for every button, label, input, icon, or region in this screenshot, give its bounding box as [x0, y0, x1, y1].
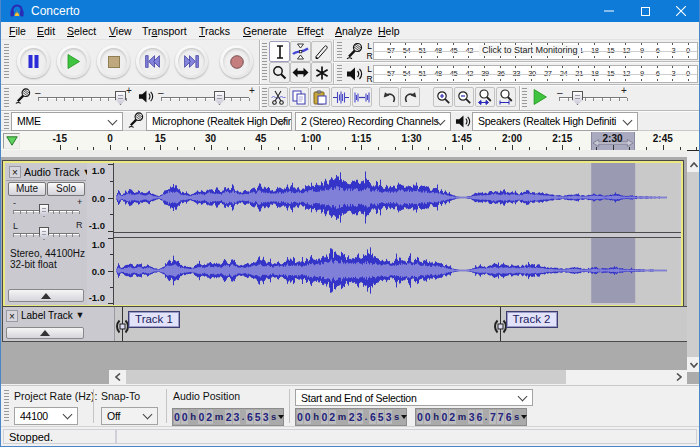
timeline-ruler[interactable]: -1501530451:001:151:301:452:002:152:302:… — [1, 132, 699, 151]
timefield-digit[interactable]: 3 — [262, 410, 269, 424]
recording-channels-combo[interactable]: 2 (Stereo) Recording Channels — [295, 112, 451, 131]
timefield-digit[interactable]: 3 — [468, 410, 475, 424]
fit-project-button[interactable] — [496, 87, 516, 107]
zoom-tool-button[interactable] — [269, 62, 290, 83]
fit-selection-button[interactable] — [475, 87, 495, 107]
timefield-digit[interactable]: 0 — [424, 410, 431, 424]
cut-button[interactable] — [268, 87, 288, 107]
timefield-dropdown-arrow[interactable] — [278, 409, 284, 425]
label-track-collapse-button[interactable] — [6, 327, 84, 339]
label-text[interactable]: Track 1 — [128, 311, 180, 328]
menu-transport[interactable]: Transport — [142, 22, 187, 40]
playback-volume-slider-thumb[interactable] — [214, 91, 225, 105]
recording-device-combo[interactable]: Microphone (Realtek High Defini — [146, 112, 292, 131]
snap-to-combo[interactable]: Off — [101, 407, 158, 425]
timefield-digit[interactable]: 0 — [198, 410, 205, 424]
menu-generate[interactable]: Generate — [243, 22, 287, 40]
audio-track-close-button[interactable]: × — [9, 166, 21, 178]
silence-audio-button[interactable] — [352, 87, 372, 107]
menu-analyze[interactable]: Analyze — [335, 22, 372, 40]
playback-device-combo[interactable]: Speakers (Realtek High Definiti — [472, 112, 638, 131]
multi-tool-button[interactable] — [311, 62, 332, 83]
selection-tool-button[interactable] — [269, 41, 290, 62]
tools-toolbar-grip[interactable] — [262, 43, 267, 81]
label-track[interactable]: × Label Track ▼ Track 1Track 2 — [2, 306, 688, 342]
zoom-out-button[interactable] — [454, 87, 474, 107]
mixer-toolbar-grip[interactable] — [4, 88, 9, 108]
skip-to-start-button[interactable] — [136, 45, 169, 78]
waveform-channel-left[interactable] — [114, 163, 679, 232]
scroll-right-button[interactable] — [670, 370, 687, 384]
selection-start-field[interactable]: 00h02m23.653s — [295, 408, 407, 426]
menu-file[interactable]: File — [9, 22, 26, 40]
audio-track-collapse-button[interactable] — [8, 289, 84, 302]
recording-volume-slider-thumb[interactable] — [115, 91, 126, 105]
undo-button[interactable] — [379, 87, 399, 107]
play-at-speed-button[interactable] — [529, 86, 551, 108]
recording-meter[interactable]: LR -57-54-51-48-45-42-39-36-33-30-27-24-… — [335, 40, 700, 62]
timefield-digit[interactable]: 0 — [441, 410, 448, 424]
timefield-dropdown-arrow[interactable] — [521, 409, 527, 425]
timefield-digit[interactable]: 2 — [348, 410, 355, 424]
timefield-digit[interactable]: 7 — [489, 410, 496, 424]
track-panel[interactable]: × Audio Track ▼ Mute Solo - + L R — [1, 150, 687, 384]
play-button[interactable] — [57, 45, 90, 78]
timefield-digit[interactable]: 2 — [206, 410, 213, 424]
timefield-digit[interactable]: 6 — [476, 410, 483, 424]
trim-audio-button[interactable] — [331, 87, 351, 107]
play-speed-slider-thumb[interactable] — [572, 91, 583, 105]
selection-toolbar-grip[interactable] — [4, 390, 9, 423]
quick-play-button[interactable] — [3, 133, 20, 149]
copy-button[interactable] — [289, 87, 309, 107]
scroll-down-button[interactable] — [687, 357, 700, 372]
transport-toolbar-grip[interactable] — [4, 44, 9, 80]
edit-toolbar-grip[interactable] — [262, 88, 267, 108]
project-rate-combo[interactable]: 44100 — [14, 407, 78, 425]
record-button[interactable] — [220, 45, 253, 78]
stop-button[interactable] — [97, 45, 130, 78]
scroll-up-button[interactable] — [687, 157, 700, 172]
audio-track-vertical-ruler[interactable]: 1.00.0-1.01.00.0-1.0 — [87, 163, 114, 305]
draw-tool-button[interactable] — [311, 41, 332, 62]
timefield-digit[interactable]: 3 — [233, 410, 240, 424]
monitor-start-label[interactable]: Click to Start Monitoring — [479, 45, 581, 56]
menu-effect[interactable]: Effect — [297, 22, 324, 40]
audio-host-combo[interactable]: MME — [11, 112, 123, 131]
time-shift-tool-button[interactable] — [290, 62, 311, 83]
label-text[interactable]: Track 2 — [506, 311, 558, 328]
playback-meter[interactable]: LR -57-54-51-48-45-42-39-36-33-30-27-24-… — [335, 63, 700, 85]
scroll-left-button[interactable] — [109, 370, 126, 384]
timefield-digit[interactable]: 0 — [174, 410, 181, 424]
label-track-close-button[interactable]: × — [6, 310, 18, 322]
waveform-channel-right[interactable] — [114, 238, 679, 303]
redo-button[interactable] — [400, 87, 420, 107]
gain-slider-thumb[interactable] — [39, 204, 49, 217]
selection-mode-combo[interactable]: Start and End of Selection — [295, 389, 533, 406]
timefield-digit[interactable]: 0 — [321, 410, 328, 424]
audio-track[interactable]: × Audio Track ▼ Mute Solo - + L R — [2, 160, 684, 308]
selection-end-field[interactable]: 00h02m36.776s — [415, 408, 527, 426]
maximize-button[interactable] — [627, 0, 663, 22]
zoom-in-button[interactable] — [433, 87, 453, 107]
timefield-digit[interactable]: 0 — [304, 410, 311, 424]
horizontal-scrollbar-thumb[interactable] — [126, 370, 566, 384]
timefield-digit[interactable]: 2 — [449, 410, 456, 424]
pan-slider-thumb[interactable] — [39, 227, 49, 240]
close-button[interactable] — [663, 0, 699, 22]
timefield-digit[interactable]: 5 — [254, 410, 261, 424]
timefield-digit[interactable]: 2 — [225, 410, 232, 424]
vertical-scrollbar[interactable] — [687, 157, 700, 372]
playback-meter-grip[interactable] — [337, 65, 342, 83]
menu-tracks[interactable]: Tracks — [199, 22, 230, 40]
envelope-tool-button[interactable] — [290, 41, 311, 62]
timefield-digit[interactable]: 0 — [417, 410, 424, 424]
paste-button[interactable] — [310, 87, 330, 107]
timefield-digit[interactable]: 2 — [329, 410, 336, 424]
label-track-name[interactable]: Label Track ▼ — [21, 310, 84, 321]
timefield-digit[interactable]: 3 — [356, 410, 363, 424]
menu-help[interactable]: Help — [378, 22, 400, 40]
label-track-content[interactable]: Track 1Track 2 — [114, 307, 687, 341]
play-at-speed-grip[interactable] — [522, 88, 527, 108]
horizontal-scrollbar[interactable] — [109, 370, 687, 384]
timefield-digit[interactable]: 3 — [385, 410, 392, 424]
